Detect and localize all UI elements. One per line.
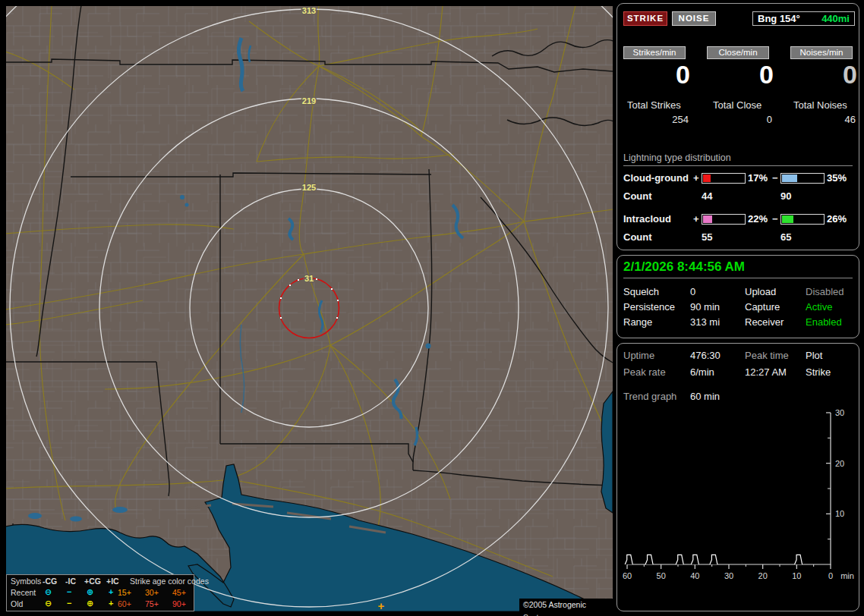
- uptime-label: Uptime: [623, 350, 654, 361]
- old-neg-cg-icon: ⊖: [45, 599, 52, 608]
- noises-per-min-value: 0: [790, 60, 857, 90]
- distribution-title: Lightning type distribution: [623, 152, 731, 163]
- strikes-per-min-value: 0: [623, 60, 690, 90]
- cg-neg-pct: 35%: [827, 172, 847, 184]
- trend-y-tick-label: 20: [835, 459, 844, 468]
- total-strikes-label: Total Strikes: [627, 99, 681, 111]
- ring-label-31: 31: [304, 274, 314, 283]
- cg-minus-sign: −: [772, 172, 778, 184]
- noise-mode-button[interactable]: NOISE: [672, 11, 716, 26]
- counters-panel: STRIKE NOISE Bng 154° 440mi Strikes/min …: [616, 3, 859, 250]
- age-code-60: 60+: [118, 599, 131, 608]
- trend-x-tick-label: 40: [690, 571, 699, 580]
- ic-plus-sign: +: [693, 213, 699, 225]
- age-code-15: 15+: [118, 588, 131, 597]
- upload-label: Upload: [745, 286, 776, 297]
- legend-header-neg-ic: -IC: [65, 577, 76, 586]
- range-value: 313 mi: [690, 316, 720, 328]
- trend-rate-bump: [625, 555, 632, 564]
- legend-row-recent-label: Recent: [11, 588, 36, 597]
- nexstorm-window: 313 219 125 31 + ©2005 Astrogenic System…: [0, 0, 864, 616]
- cg-pos-pct: 17%: [748, 172, 768, 184]
- trend-rate-bump: [676, 555, 683, 564]
- uptime-value: 476:30: [690, 350, 721, 361]
- strike-mode-button[interactable]: STRIKE: [623, 11, 667, 26]
- trend-x-tick-label: 20: [758, 571, 768, 580]
- trend-axes: [627, 413, 831, 564]
- receiver-label: Receiver: [745, 316, 784, 328]
- cg-plus-sign: +: [693, 172, 699, 184]
- upload-status: Disabled: [806, 286, 844, 297]
- squelch-label: Squelch: [623, 286, 659, 297]
- ring-label-125: 125: [302, 183, 316, 192]
- total-close-label: Total Close: [713, 99, 762, 111]
- bearing-range-value: 440mi: [821, 13, 850, 24]
- trend-panel: Uptime 476:30 Peak time Plot Peak rate 6…: [616, 343, 859, 611]
- age-code-90: 90+: [172, 599, 186, 608]
- old-pos-ic-icon: +: [109, 599, 113, 608]
- legend-header-symbols: Symbols: [11, 577, 41, 586]
- trend-y-tick-label: 10: [835, 509, 844, 518]
- age-code-30: 30+: [145, 588, 159, 597]
- total-noises-value: 46: [790, 114, 856, 125]
- copyright-notice: ©2005 Astrogenic Systems: [519, 599, 613, 611]
- strike-trend-chart: 1020306050403020100min: [617, 404, 859, 611]
- ic-pos-bar-fill: [703, 215, 712, 223]
- peak-time-label: Peak time: [745, 350, 789, 361]
- legend-header-pos-ic: +IC: [106, 577, 119, 586]
- legend-header-age-codes: Strike age color codes: [130, 577, 209, 586]
- trend-x-unit-label: min: [840, 571, 854, 580]
- ic-neg-pct: 26%: [827, 213, 847, 225]
- legend-header-pos-cg: +CG: [84, 577, 101, 586]
- legend-header-neg-cg: -CG: [43, 577, 57, 586]
- cg-neg-bar-fill: [782, 174, 797, 182]
- peak-time-value: 12:27 AM: [745, 366, 787, 378]
- persistence-value: 90 min: [690, 301, 720, 313]
- legend-row-old-label: Old: [11, 599, 23, 608]
- intracloud-label: Intracloud: [623, 213, 671, 225]
- trend-rate-bump: [645, 555, 653, 564]
- close-per-min-label[interactable]: Close/min: [707, 46, 769, 59]
- noises-per-min-label[interactable]: Noises/min: [790, 46, 853, 59]
- ring-label-219: 219: [302, 96, 316, 105]
- recent-pos-cg-icon: ⊕: [87, 587, 93, 597]
- trend-y-tick-label: 30: [835, 408, 844, 417]
- age-code-45: 45+: [172, 588, 186, 597]
- recent-neg-ic-icon: −: [67, 587, 71, 596]
- peak-rate-value: 6/min: [690, 366, 714, 378]
- trend-graph-label: Trend graph: [623, 391, 676, 402]
- trend-rate-bump: [691, 555, 698, 564]
- old-neg-ic-icon: −: [67, 599, 71, 608]
- bearing-value: Bng 154°: [758, 13, 800, 24]
- bearing-readout: Bng 154° 440mi: [752, 11, 855, 26]
- trend-graph-window: 60 min: [690, 391, 720, 402]
- total-close-value: 0: [707, 114, 772, 125]
- lightning-map[interactable]: 313 219 125 31 +: [6, 6, 613, 611]
- ic-pos-count: 55: [702, 231, 712, 243]
- trend-x-tick-label: 50: [657, 571, 666, 580]
- peak-rate-label: Peak rate: [623, 366, 666, 378]
- cg-pos-bar: [702, 173, 746, 184]
- close-per-min-value: 0: [707, 60, 774, 90]
- capture-label: Capture: [745, 301, 780, 313]
- ic-pos-bar: [702, 214, 746, 225]
- capture-status: Active: [806, 301, 832, 313]
- trend-x-tick-label: 30: [724, 571, 733, 580]
- receiver-status: Enabled: [806, 316, 842, 328]
- recent-pos-ic-icon: +: [109, 587, 113, 596]
- recent-neg-cg-icon: ⊖: [45, 587, 52, 597]
- ic-count-label: Count: [623, 231, 652, 243]
- ic-neg-bar-fill: [782, 215, 793, 223]
- ic-pos-pct: 22%: [748, 213, 768, 225]
- squelch-value: 0: [690, 286, 695, 297]
- old-pos-cg-icon: ⊕: [87, 599, 93, 608]
- strikes-per-min-label[interactable]: Strikes/min: [623, 46, 686, 59]
- cg-pos-bar-fill: [703, 174, 711, 182]
- cloud-ground-label: Cloud-ground: [623, 172, 689, 184]
- trend-rate-bump: [795, 555, 803, 564]
- strike-marker-plus-ic[interactable]: +: [378, 599, 385, 611]
- trend-x-tick-label: 60: [623, 571, 632, 580]
- total-strikes-value: 254: [623, 114, 689, 125]
- cg-neg-bar: [780, 173, 825, 184]
- cg-pos-count: 44: [702, 190, 712, 202]
